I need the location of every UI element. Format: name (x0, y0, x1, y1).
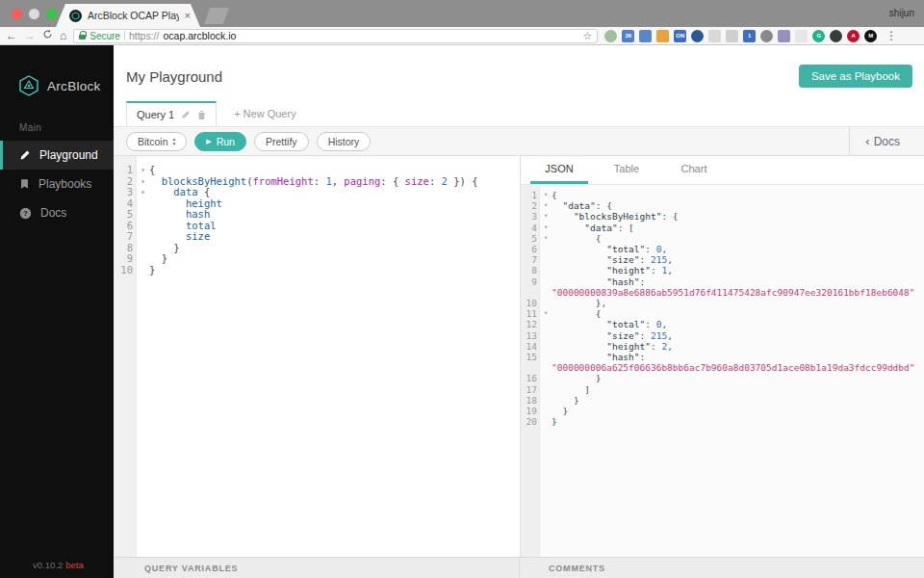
dataset-dropdown[interactable]: Bitcoin ▴▾ (126, 132, 187, 151)
sidebar-item-label: Playground (39, 148, 98, 162)
page-title: My Playground (126, 68, 222, 85)
fold-arrow-icon[interactable]: ▾ (137, 187, 149, 198)
fold-spacer (137, 253, 149, 265)
ext-grammarly-icon[interactable]: G (812, 30, 825, 42)
fold-arrow-icon[interactable]: ▾ (540, 223, 552, 233)
query-variables-bar[interactable]: QUERY VARIABLES (114, 558, 520, 578)
code-line[interactable]: 11▾ { (521, 308, 924, 319)
fold-arrow-icon[interactable]: ▾ (540, 233, 552, 244)
line-number: 1 (521, 190, 540, 200)
arcblock-brand[interactable]: ArcBlock (0, 45, 114, 101)
ext-on-icon[interactable]: ON (674, 30, 686, 42)
code-line[interactable]: 8 } (114, 243, 520, 254)
window-zoom-button[interactable] (46, 9, 57, 19)
code-line[interactable]: 6 "total": 0, (521, 244, 924, 254)
browser-profile-name[interactable]: shijun (889, 8, 914, 18)
new-query-button[interactable]: + New Query (234, 108, 296, 126)
code-line[interactable]: 20} (521, 416, 924, 427)
code-line[interactable]: 8 "height": 1, (521, 265, 924, 276)
comments-bar[interactable]: COMMENTS (520, 558, 924, 578)
code-line[interactable]: 15 "hash": (521, 352, 924, 362)
ext-blue-1-icon[interactable]: 1 (743, 30, 756, 42)
home-icon[interactable]: ⌂ (60, 30, 66, 41)
ext-lightbulb-icon[interactable] (639, 30, 652, 42)
code-line[interactable]: 17 ] (521, 384, 924, 395)
ext-faded-icon[interactable] (795, 30, 808, 42)
code-text: "size": 215, (552, 254, 673, 265)
secure-label[interactable]: Secure (90, 31, 120, 41)
bookmark-star-icon[interactable]: ☆ (582, 30, 592, 42)
sidebar-item-playbooks[interactable]: Playbooks (0, 170, 114, 198)
code-line[interactable]: 3▾ "blocksByHeight": { (521, 211, 924, 222)
line-number: 8 (114, 243, 137, 254)
code-line[interactable]: "000000006a625f06636b8bb6ac7b960a8d03705… (521, 362, 924, 373)
browser-tab[interactable]: ArcBlock OCAP Playground × (56, 4, 200, 27)
code-line[interactable]: 14 "height": 2, (521, 341, 924, 352)
ext-calendar-36-icon[interactable]: 36 (622, 30, 634, 42)
reload-icon[interactable] (42, 29, 53, 41)
ext-green-circle-icon[interactable] (604, 30, 617, 42)
window-minimize-button[interactable] (29, 9, 39, 19)
tab-chart[interactable]: Chart (665, 156, 723, 184)
code-line[interactable]: 16 } (521, 373, 924, 383)
json-result-viewer[interactable]: 1▾{2▾ "data": {3▾ "blocksByHeight": {4▾ … (521, 185, 924, 557)
code-line[interactable]: 9 "hash": (521, 276, 924, 287)
code-line[interactable]: 1▾{ (521, 190, 924, 200)
fold-arrow-icon[interactable]: ▾ (540, 190, 552, 200)
code-text: "00000000839a8e6886ab5951d76f411475428af… (552, 287, 915, 298)
ext-globe-icon[interactable] (691, 30, 704, 42)
history-button[interactable]: History (317, 132, 372, 151)
ext-faces-icon[interactable] (726, 30, 738, 42)
code-line[interactable]: 12 "total": 0, (521, 319, 924, 329)
trash-icon[interactable] (197, 110, 206, 120)
line-number: 3 (521, 211, 540, 222)
tab-close-icon[interactable]: × (185, 10, 191, 21)
tab-table[interactable]: Table (598, 156, 655, 184)
ext-abp-icon[interactable]: A (847, 30, 860, 42)
ext-m-icon[interactable]: M (864, 30, 877, 42)
code-line[interactable]: 19 } (521, 406, 924, 416)
query-editor[interactable]: 1▾{2▾ blocksByHeight(fromHeight: 1, pagi… (114, 156, 520, 557)
code-line[interactable]: 4▾ "data": [ (521, 223, 924, 233)
new-tab-button[interactable] (204, 8, 229, 24)
ext-hand-icon[interactable] (778, 30, 790, 42)
ext-clock-icon[interactable] (760, 30, 773, 42)
line-number: 15 (521, 352, 540, 362)
sidebar-item-docs[interactable]: ? Docs (0, 198, 114, 227)
ext-grey-1-icon[interactable] (708, 30, 721, 42)
tab-json[interactable]: JSON (530, 156, 588, 184)
code-line[interactable]: 10} (114, 265, 520, 276)
browser-menu-icon[interactable]: ⋮ (886, 29, 897, 42)
ext-amber-icon[interactable] (656, 30, 669, 42)
code-line[interactable]: 2▾ "data": { (521, 200, 924, 211)
sidebar-item-playground[interactable]: Playground (0, 141, 114, 170)
run-label: Run (217, 136, 235, 147)
code-line[interactable]: 5▾ { (521, 233, 924, 244)
fold-arrow-icon[interactable]: ▾ (137, 165, 149, 176)
window-close-button[interactable] (12, 9, 22, 19)
edit-pencil-icon[interactable] (181, 110, 191, 119)
prettify-button[interactable]: Prettify (254, 132, 309, 151)
fold-arrow-icon[interactable]: ▾ (540, 211, 552, 222)
back-icon[interactable]: ← (6, 30, 17, 41)
forward-icon[interactable]: → (24, 30, 36, 41)
address-bar[interactable]: Secure https:// ocap.arcblock.io ☆ (73, 29, 598, 43)
code-line[interactable]: 7 "size": 215, (521, 254, 924, 265)
ext-dark-red-icon[interactable] (830, 30, 842, 42)
code-line[interactable]: 18 } (521, 395, 924, 406)
fold-arrow-icon[interactable]: ▾ (137, 176, 149, 188)
code-line[interactable]: 10 }, (521, 298, 924, 308)
save-as-playbook-button[interactable]: Save as Playbook (799, 65, 912, 88)
fold-spacer (540, 406, 552, 416)
docs-toggle[interactable]: ‹ Docs (858, 134, 911, 148)
fold-spacer (540, 395, 552, 406)
fold-arrow-icon[interactable]: ▾ (540, 200, 552, 211)
code-line[interactable]: 9 } (114, 253, 520, 265)
fold-spacer (137, 198, 149, 210)
code-line[interactable]: "00000000839a8e6886ab5951d76f411475428af… (521, 287, 924, 298)
query-tab[interactable]: Query 1 (126, 101, 217, 126)
fold-arrow-icon[interactable]: ▾ (540, 308, 552, 319)
run-button[interactable]: ▶ Run (194, 132, 246, 151)
code-line[interactable]: 13 "size": 215, (521, 330, 924, 341)
fold-spacer (137, 265, 149, 276)
